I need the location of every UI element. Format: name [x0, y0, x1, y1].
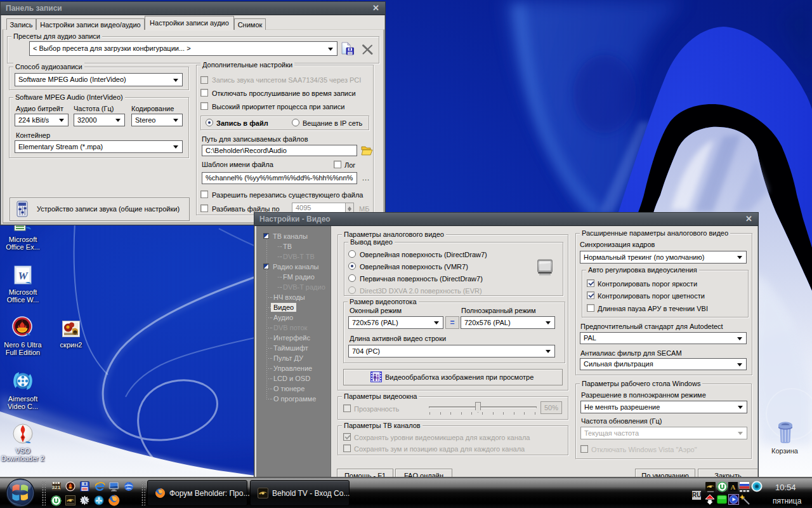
svg-text:321: 321: [52, 485, 61, 490]
svg-text:A: A: [731, 483, 736, 491]
svg-text:W: W: [18, 270, 29, 282]
